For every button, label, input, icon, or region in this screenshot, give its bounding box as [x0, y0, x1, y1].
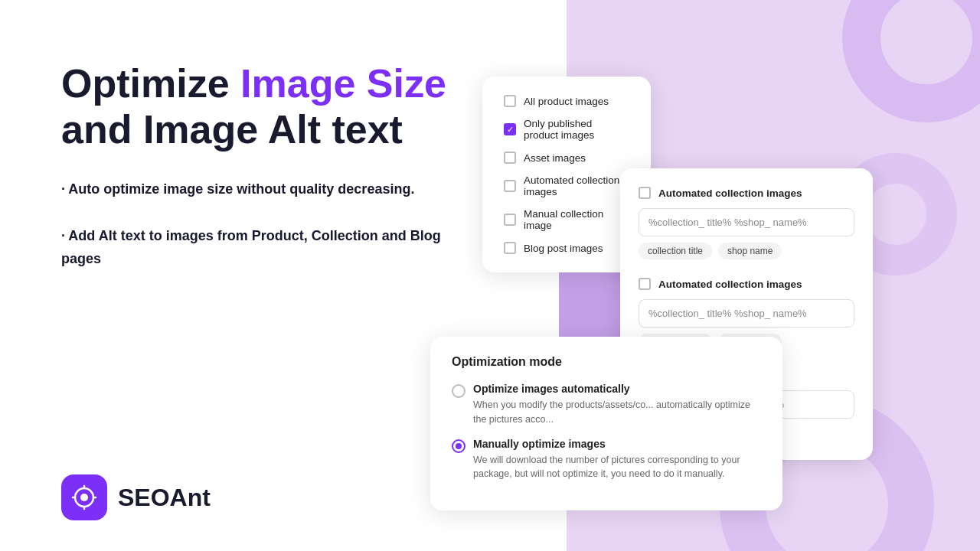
checkbox-all-product[interactable] — [504, 95, 516, 107]
checkbox-manual[interactable] — [504, 214, 516, 226]
checkbox-label-automated: Automated collection images — [524, 174, 629, 197]
alt-checkbox-2[interactable] — [639, 278, 651, 290]
optimization-mode-card: Optimization mode Optimize images automa… — [430, 337, 782, 510]
radio-option-manual[interactable]: Manually optimize images We will downloa… — [452, 438, 761, 482]
checkbox-published[interactable]: ✓ — [504, 123, 516, 135]
alt-input-2[interactable]: %collection_ title% %shop_ name% — [639, 299, 854, 328]
checkbox-label-blog: Blog post images — [524, 243, 603, 254]
checkbox-label-published: Only published product images — [524, 118, 629, 141]
logo-area: SEOAnt — [61, 474, 211, 520]
checkbox-label-manual: Manual collection image — [524, 208, 629, 231]
checkbox-item-published[interactable]: ✓ Only published product images — [504, 118, 629, 141]
alt-section-automated-1: Automated collection images %collection_… — [639, 187, 854, 259]
headline-part2: and Image Alt text — [61, 107, 403, 152]
alt-checkbox-1[interactable] — [639, 187, 651, 199]
checkbox-automated[interactable] — [504, 180, 516, 192]
radio-auto-label: Optimize images automatically — [473, 383, 761, 395]
checkbox-item-asset[interactable]: Asset images — [504, 152, 629, 164]
alt-section-header-1: Automated collection images — [639, 187, 854, 199]
tag-shop-name-1[interactable]: shop name — [718, 243, 782, 259]
checkbox-label-asset: Asset images — [524, 152, 586, 164]
headline-part1: Optimize — [61, 61, 240, 106]
left-content: Optimize Image Size and Image Alt text ·… — [61, 61, 475, 271]
alt-tags-1: collection title shop name — [639, 243, 854, 259]
checkbox-label-all-product: All product images — [524, 96, 609, 107]
radio-auto[interactable] — [452, 384, 466, 398]
radio-manual-desc: We will download the number of pictures … — [473, 453, 761, 482]
alt-section-header-2: Automated collection images — [639, 278, 854, 290]
checkbox-asset[interactable] — [504, 152, 516, 164]
checkbox-item-manual[interactable]: Manual collection image — [504, 208, 629, 231]
feature-item-1: · Auto optimize image size without quali… — [61, 178, 475, 201]
feature-list: · Auto optimize image size without quali… — [61, 178, 475, 271]
headline-highlight: Image Size — [240, 61, 446, 106]
radio-option-auto[interactable]: Optimize images automatically When you m… — [452, 383, 761, 427]
checkbox-item-automated[interactable]: Automated collection images — [504, 174, 629, 197]
radio-auto-content: Optimize images automatically When you m… — [473, 383, 761, 427]
svg-point-1 — [80, 494, 88, 501]
logo-icon — [61, 474, 107, 520]
radio-auto-desc: When you modify the products/assets/co..… — [473, 398, 761, 427]
optimization-mode-title: Optimization mode — [452, 355, 761, 369]
alt-section-label-1: Automated collection images — [658, 187, 802, 199]
feature-item-2: · Add Alt text to images from Product, C… — [61, 224, 475, 271]
logo-text: SEOAnt — [118, 484, 211, 512]
radio-manual-content: Manually optimize images We will downloa… — [473, 438, 761, 482]
checkbox-blog[interactable] — [504, 242, 516, 254]
tag-collection-title-1[interactable]: collection title — [639, 243, 712, 259]
main-headline: Optimize Image Size and Image Alt text — [61, 61, 475, 153]
radio-manual[interactable] — [452, 439, 466, 453]
radio-manual-label: Manually optimize images — [473, 438, 761, 450]
alt-input-1[interactable]: %collection_ title% %shop_ name% — [639, 208, 854, 236]
alt-section-label-2: Automated collection images — [658, 279, 802, 290]
checkbox-item-all-product[interactable]: All product images — [504, 95, 629, 107]
checkbox-item-blog[interactable]: Blog post images — [504, 242, 629, 254]
